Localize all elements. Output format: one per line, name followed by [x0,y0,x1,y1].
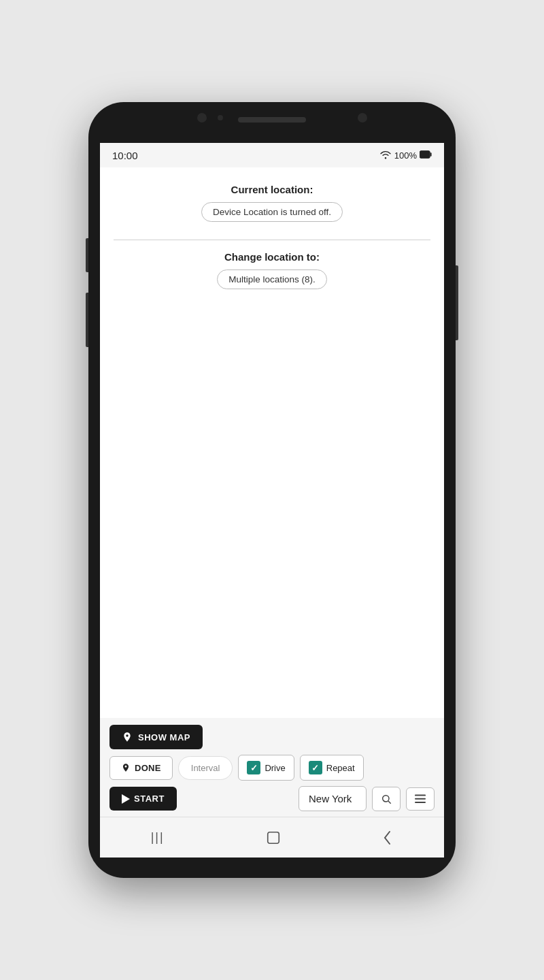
current-location-label: Current location: [231,184,313,195]
battery-indicator: 100% [394,150,417,161]
svg-rect-0 [420,151,430,159]
sensor-dot [218,115,223,120]
pin-icon-done [121,763,131,772]
svg-rect-5 [415,794,426,796]
start-button[interactable]: START [109,787,177,811]
phone-screen: 10:00 100% [100,143,444,858]
app-content: Current location: Device Location is tur… [100,167,444,858]
back-button[interactable] [369,825,407,851]
show-map-label: SHOW MAP [138,732,190,742]
front-camera-left [197,113,207,122]
phone-shell: 10:00 100% [88,102,456,878]
svg-rect-1 [430,152,432,157]
recent-apps-button[interactable]: ||| [137,825,178,850]
show-map-button[interactable]: SHOW MAP [109,725,203,749]
interval-button[interactable]: Interval [178,756,233,780]
power-button [456,265,458,340]
phone-top-bar [88,102,456,143]
repeat-button[interactable]: ✓ Repeat [300,755,364,781]
home-icon [266,830,281,845]
volume-up-button [86,238,88,272]
search-icon [381,794,392,804]
section-divider [114,240,430,240]
change-location-label: Change location to: [224,251,320,263]
current-location-section: Current location: Device Location is tur… [114,184,430,222]
drive-checkmark: ✓ [250,764,258,772]
drive-checkbox: ✓ [247,761,260,774]
start-label: START [134,794,165,804]
wifi-icon [379,150,392,161]
battery-icon [420,149,432,161]
status-icons: 100% [379,149,432,161]
menu-button[interactable] [406,787,435,811]
drive-label: Drive [265,763,285,773]
location-text-display[interactable]: New York [299,786,367,811]
bottom-toolbar: SHOW MAP DONE Interval [100,718,444,817]
current-location-value: Device Location is turned off. [201,202,343,222]
status-time: 10:00 [112,150,138,161]
status-bar: 10:00 100% [100,143,444,167]
toolbar-row-showmap: SHOW MAP [109,725,435,749]
done-label: DONE [135,763,161,773]
change-location-section: Change location to: Multiple locations (… [114,251,430,289]
back-icon [382,830,393,845]
pin-icon [122,732,133,742]
hamburger-icon [415,794,426,804]
front-camera-right [358,113,367,122]
search-button[interactable] [372,787,401,811]
toolbar-row-start: START New York [109,786,435,811]
drive-button[interactable]: ✓ Drive [238,755,294,781]
home-button[interactable] [252,825,294,851]
repeat-checkbox: ✓ [309,761,322,774]
content-area: Current location: Device Location is tur… [100,167,444,718]
repeat-checkmark: ✓ [311,764,319,772]
svg-line-4 [388,801,391,804]
recent-apps-icon: ||| [151,830,165,845]
svg-rect-6 [415,798,426,799]
play-icon [122,794,130,804]
volume-down-button [86,293,88,347]
navigation-bar: ||| [100,817,444,858]
earpiece-speaker [238,117,306,122]
interval-label: Interval [191,763,220,773]
svg-marker-2 [122,794,130,804]
repeat-label: Repeat [326,763,355,773]
toolbar-row-controls: DONE Interval ✓ Drive ✓ [109,755,435,781]
svg-rect-8 [268,832,279,843]
change-location-value: Multiple locations (8). [217,270,327,289]
svg-point-3 [383,795,389,801]
done-button[interactable]: DONE [109,756,173,780]
svg-rect-7 [415,802,426,803]
